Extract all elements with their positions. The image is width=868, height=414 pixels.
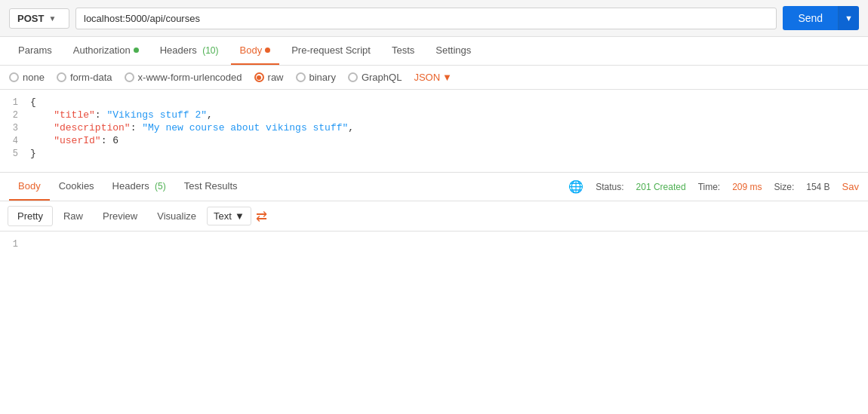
body-type-graphql[interactable]: GraphQL: [348, 72, 402, 83]
wrap-text-icon[interactable]: ⇄: [256, 208, 267, 225]
request-tabs: Params Authorization Headers (10) Body P…: [0, 37, 868, 66]
authorization-dot: [134, 48, 139, 53]
code-line-4: 4 "userId": 6: [0, 134, 868, 147]
tab-params[interactable]: Params: [9, 37, 61, 65]
response-section: Body Cookies Headers (5) Test Results 🌐 …: [0, 173, 868, 277]
radio-raw: [254, 72, 264, 82]
resp-tab-cookies[interactable]: Cookies: [50, 173, 103, 201]
line-content-1: {: [30, 97, 868, 108]
radio-none: [9, 72, 19, 82]
line-number-3: 3: [0, 122, 30, 133]
line-number-4: 4: [0, 135, 30, 146]
method-chevron-icon: ▼: [48, 14, 56, 23]
save-response-button[interactable]: Sav: [842, 181, 859, 192]
method-label: POST: [17, 13, 44, 24]
globe-icon: 🌐: [568, 179, 583, 194]
tab-authorization[interactable]: Authorization: [64, 37, 148, 65]
resp-headers-badge: (5): [152, 181, 166, 192]
resp-body-tab-raw[interactable]: Raw: [54, 207, 92, 225]
code-line-1: 1 {: [0, 96, 868, 109]
body-type-bar: none form-data x-www-form-urlencoded raw…: [0, 66, 868, 90]
body-type-raw[interactable]: raw: [254, 72, 284, 83]
line-content-2: "title": "Vikings stuff 2",: [30, 109, 868, 121]
line-content-5: }: [30, 148, 868, 159]
text-format-dropdown[interactable]: Text ▼: [207, 207, 251, 225]
resp-tab-test-results[interactable]: Test Results: [175, 173, 247, 201]
send-button-group: Send ▼: [783, 6, 859, 30]
size-label: Size:: [774, 182, 795, 192]
resp-line-number-1: 1: [0, 238, 30, 250]
radio-urlencoded: [125, 72, 134, 82]
json-format-dropdown[interactable]: JSON ▼: [414, 72, 452, 83]
tab-headers[interactable]: Headers (10): [151, 37, 228, 65]
radio-form-data: [57, 72, 66, 82]
line-number-1: 1: [0, 97, 30, 108]
line-number-2: 2: [0, 109, 30, 121]
body-type-binary[interactable]: binary: [296, 72, 336, 83]
code-line-5: 5 }: [0, 147, 868, 160]
resp-body-tab-pretty[interactable]: Pretty: [8, 206, 53, 226]
line-content-4: "userId": 6: [30, 135, 868, 146]
tab-settings[interactable]: Settings: [426, 37, 480, 65]
url-input[interactable]: [75, 8, 777, 29]
radio-binary: [296, 72, 306, 82]
request-body-editor[interactable]: 1 { 2 "title": "Vikings stuff 2", 3 "des…: [0, 90, 868, 173]
line-number-5: 5: [0, 148, 30, 159]
status-label: Status:: [596, 182, 623, 192]
resp-tab-headers[interactable]: Headers (5): [103, 173, 175, 201]
tab-pre-request-script[interactable]: Pre-request Script: [282, 37, 380, 65]
resp-code-line-1: 1: [0, 238, 868, 250]
time-label: Time:: [698, 182, 721, 192]
tab-tests[interactable]: Tests: [383, 37, 423, 65]
line-content-3: "description": "My new course about viki…: [30, 122, 868, 133]
headers-badge: (10): [200, 45, 219, 56]
body-type-none[interactable]: none: [9, 72, 45, 83]
status-value: 201 Created: [636, 182, 686, 192]
body-type-form-data[interactable]: form-data: [57, 72, 112, 83]
body-dot: [265, 48, 270, 53]
code-line-3: 3 "description": "My new course about vi…: [0, 121, 868, 134]
response-code-area: 1: [0, 232, 868, 277]
url-bar: POST ▼ Send ▼: [0, 0, 868, 37]
method-select[interactable]: POST ▼: [9, 8, 69, 29]
body-type-urlencoded[interactable]: x-www-form-urlencoded: [125, 72, 242, 83]
resp-body-tab-visualize[interactable]: Visualize: [148, 207, 205, 225]
code-line-2: 2 "title": "Vikings stuff 2",: [0, 109, 868, 121]
send-dropdown-button[interactable]: ▼: [838, 6, 859, 30]
response-meta: 🌐 Status: 201 Created Time: 209 ms Size:…: [568, 179, 859, 194]
send-button[interactable]: Send: [783, 6, 838, 30]
json-chevron-icon: ▼: [442, 72, 452, 83]
resp-body-tab-preview[interactable]: Preview: [94, 207, 146, 225]
resp-tab-body[interactable]: Body: [9, 173, 50, 201]
response-body-tabs: Pretty Raw Preview Visualize Text ▼ ⇄: [0, 201, 868, 232]
time-value: 209 ms: [732, 182, 762, 192]
response-tabs-bar: Body Cookies Headers (5) Test Results 🌐 …: [0, 173, 868, 201]
size-value: 154 B: [806, 182, 830, 192]
text-chevron-icon: ▼: [235, 210, 245, 222]
radio-graphql: [348, 72, 358, 82]
tab-body[interactable]: Body: [231, 37, 280, 65]
